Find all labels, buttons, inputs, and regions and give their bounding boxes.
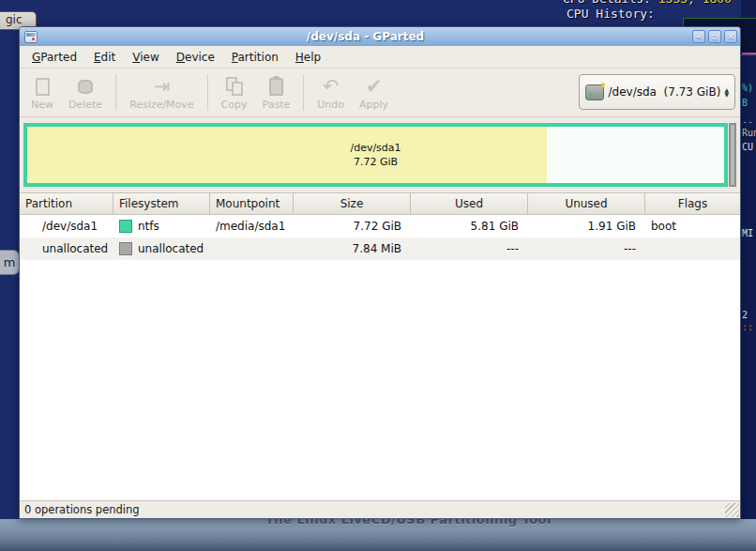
undo-button[interactable]: ↶ Undo bbox=[310, 70, 352, 115]
cell-size: 7.84 MiB bbox=[294, 237, 411, 260]
paste-label: Paste bbox=[263, 99, 291, 111]
partition-table-header: Partition Filesystem Mountpoint Size Use… bbox=[20, 192, 740, 215]
conky-accent-line bbox=[742, 53, 756, 54]
copy-label: Copy bbox=[221, 99, 248, 111]
partition-visual-unallocated[interactable] bbox=[729, 123, 736, 187]
apply-button[interactable]: ✔ Apply bbox=[352, 70, 396, 115]
minimize-button[interactable]: – bbox=[692, 30, 705, 43]
conky-fragment: B bbox=[742, 98, 756, 108]
apply-icon: ✔ bbox=[366, 74, 383, 99]
undo-label: Undo bbox=[317, 99, 344, 111]
cell-unused: --- bbox=[528, 237, 645, 260]
partition-visual-label: /dev/sda1 7.72 GiB bbox=[27, 127, 724, 183]
table-empty-area bbox=[20, 260, 740, 500]
new-button[interactable]: New bbox=[23, 70, 61, 115]
cell-flags: boot bbox=[645, 215, 740, 237]
undo-icon: ↶ bbox=[323, 74, 340, 99]
status-bar: 0 operations pending bbox=[20, 500, 740, 518]
filesystem-color-swatch bbox=[119, 220, 132, 233]
header-used[interactable]: Used bbox=[411, 193, 528, 214]
delete-button[interactable]: Delete bbox=[61, 70, 110, 115]
paste-button[interactable]: Paste bbox=[255, 70, 298, 115]
cell-flags bbox=[645, 237, 740, 260]
toolbar: New Delete ⇥ Resize/Move Copy Paste ↶ Un… bbox=[20, 69, 740, 117]
cell-partition: /dev/sda1 bbox=[20, 215, 113, 237]
new-icon bbox=[36, 74, 50, 99]
partition-visual-area: /dev/sda1 7.72 GiB bbox=[20, 117, 740, 192]
partition-visual-size: 7.72 GiB bbox=[354, 155, 398, 169]
menu-view[interactable]: View bbox=[124, 48, 167, 67]
menu-help[interactable]: Help bbox=[287, 48, 329, 67]
cell-mountpoint: /media/sda1 bbox=[210, 215, 294, 237]
cell-mountpoint bbox=[210, 237, 294, 260]
resize-move-icon: ⇥ bbox=[154, 74, 171, 99]
paste-icon bbox=[269, 74, 283, 99]
menu-edit[interactable]: Edit bbox=[85, 48, 124, 67]
partition-visual-name: /dev/sda1 bbox=[350, 141, 401, 155]
close-button[interactable]: ✕ bbox=[724, 30, 737, 43]
toolbar-separator bbox=[207, 74, 208, 111]
header-partition[interactable]: Partition bbox=[20, 193, 113, 214]
cell-used: 5.81 GiB bbox=[411, 215, 528, 237]
toolbar-separator bbox=[303, 74, 304, 111]
header-size[interactable]: Size bbox=[294, 193, 411, 214]
conky-fragment: :: bbox=[742, 322, 756, 332]
partition-visual-sda1[interactable]: /dev/sda1 7.72 GiB bbox=[23, 123, 728, 187]
maximize-button[interactable]: ▫ bbox=[708, 30, 721, 43]
device-selector-value: /dev/sda (7.73 GiB) bbox=[609, 85, 721, 99]
conky-fragment: -- bbox=[742, 116, 756, 127]
filesystem-color-swatch bbox=[119, 242, 132, 255]
conky-fragment: Run bbox=[742, 128, 756, 138]
cell-unused: 1.91 GiB bbox=[528, 215, 645, 237]
header-flags[interactable]: Flags bbox=[645, 193, 740, 214]
hard-drive-icon bbox=[585, 84, 604, 100]
window-titlebar[interactable]: /dev/sda - GParted – ▫ ✕ bbox=[20, 27, 740, 46]
header-filesystem[interactable]: Filesystem bbox=[113, 193, 210, 214]
copy-button[interactable]: Copy bbox=[214, 70, 255, 115]
filesystem-name: ntfs bbox=[138, 220, 159, 233]
menu-bar: GParted Edit View Device Partition Help bbox=[20, 46, 740, 69]
table-row-sda1[interactable]: /dev/sda1 ntfs /media/sda1 7.72 GiB 5.81… bbox=[20, 215, 740, 237]
cell-filesystem: unallocated bbox=[113, 237, 210, 260]
delete-label: Delete bbox=[68, 99, 102, 111]
table-row-unallocated[interactable]: unallocated unallocated 7.84 MiB --- --- bbox=[20, 237, 740, 260]
operations-pending-text: 0 operations pending bbox=[24, 503, 140, 516]
cpu-details-label: CPU Details: bbox=[563, 0, 651, 6]
cell-used: --- bbox=[411, 237, 528, 260]
resize-grip[interactable] bbox=[725, 503, 739, 517]
cpu-history-label: CPU History: bbox=[567, 7, 655, 21]
new-label: New bbox=[31, 99, 53, 111]
cell-filesystem: ntfs bbox=[113, 215, 210, 237]
delete-icon bbox=[78, 74, 93, 99]
menu-device[interactable]: Device bbox=[168, 48, 223, 67]
apply-label: Apply bbox=[359, 99, 388, 111]
desktop-left-gradient bbox=[0, 0, 21, 551]
toolbar-separator bbox=[115, 74, 116, 111]
device-selector[interactable]: /dev/sda (7.73 GiB) ▲ ▼ bbox=[579, 74, 735, 110]
cell-partition: unallocated bbox=[20, 237, 113, 260]
window-title: /dev/sda - GParted bbox=[41, 30, 689, 43]
menu-gparted[interactable]: GParted bbox=[23, 48, 85, 67]
cpu-details-line: CPU Details: 1333, 1800 bbox=[563, 0, 732, 6]
desktop-right-strip bbox=[741, 0, 756, 519]
menu-partition[interactable]: Partition bbox=[223, 48, 287, 67]
header-mountpoint[interactable]: Mountpoint bbox=[210, 193, 294, 214]
gparted-window: /dev/sda - GParted – ▫ ✕ GParted Edit Vi… bbox=[19, 26, 741, 519]
conky-fragment: %) bbox=[742, 83, 756, 93]
background-side-chip[interactable]: m bbox=[0, 250, 20, 275]
header-unused[interactable]: Unused bbox=[528, 193, 645, 214]
cpu-details-values: 1333, 1800 bbox=[658, 0, 732, 6]
filesystem-name: unallocated bbox=[138, 242, 204, 255]
partition-table: Partition Filesystem Mountpoint Size Use… bbox=[20, 192, 740, 260]
gparted-app-icon bbox=[24, 31, 38, 43]
conky-fragment: 2 bbox=[742, 310, 756, 320]
resize-move-button[interactable]: ⇥ Resize/Move bbox=[122, 70, 201, 115]
conky-fragment: CU bbox=[742, 142, 756, 152]
combo-spinner-icon: ▲ ▼ bbox=[720, 87, 729, 97]
conky-fragment: MI bbox=[742, 228, 756, 238]
cell-size: 7.72 GiB bbox=[294, 215, 411, 237]
resize-move-label: Resize/Move bbox=[129, 99, 193, 111]
copy-icon bbox=[226, 74, 243, 99]
